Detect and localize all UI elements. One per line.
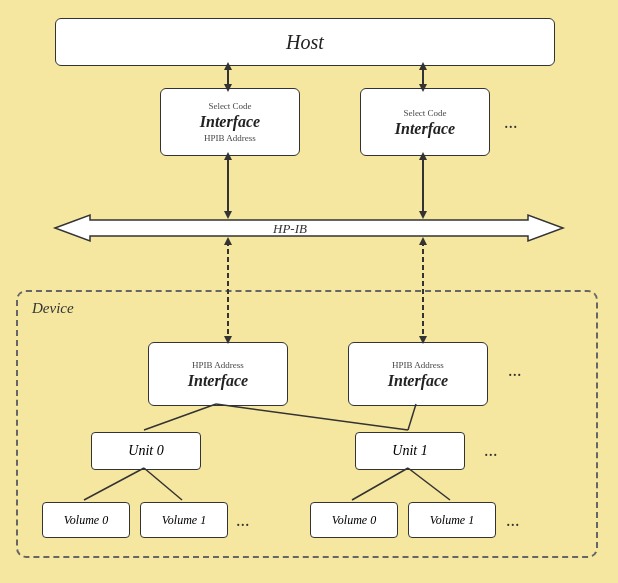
volume-0-left-label: Volume 0 — [64, 513, 108, 528]
host-box: Host — [55, 18, 555, 66]
volume-1-right: Volume 1 — [408, 502, 496, 538]
unit-1-label: Unit 1 — [392, 443, 427, 459]
top-interface-1-select-code: Select Code — [208, 101, 251, 111]
left-volumes-dots: ... — [236, 510, 250, 531]
svg-marker-16 — [419, 211, 427, 219]
device-interface-2-hpib: HPIB Address — [392, 360, 444, 370]
device-interface-2-label: Interface — [388, 372, 448, 390]
top-interface-2: Select Code Interface — [360, 88, 490, 156]
unit-1: Unit 1 — [355, 432, 465, 470]
svg-marker-18 — [224, 237, 232, 245]
top-interface-1-label: Interface — [200, 113, 260, 131]
unit-0: Unit 0 — [91, 432, 201, 470]
volume-0-right-label: Volume 0 — [332, 513, 376, 528]
host-label: Host — [286, 31, 324, 54]
units-dots: ... — [484, 440, 498, 461]
volume-0-right: Volume 0 — [310, 502, 398, 538]
volume-1-right-label: Volume 1 — [430, 513, 474, 528]
device-interface-1: HPIB Address Interface — [148, 342, 288, 406]
right-volumes-dots: ... — [506, 510, 520, 531]
top-interface-2-select-code: Select Code — [403, 108, 446, 118]
svg-marker-10 — [55, 215, 563, 241]
svg-marker-13 — [224, 211, 232, 219]
main-container: Host Select Code Interface HPIB Address … — [0, 0, 618, 583]
device-interface-2: HPIB Address Interface — [348, 342, 488, 406]
device-interface-1-hpib: HPIB Address — [192, 360, 244, 370]
hpib-label: HP-IB — [272, 221, 307, 236]
top-interface-1-hpib: HPIB Address — [204, 133, 256, 143]
top-dots: ... — [504, 112, 518, 133]
unit-0-label: Unit 0 — [128, 443, 163, 459]
volume-1-left-label: Volume 1 — [162, 513, 206, 528]
volume-0-left: Volume 0 — [42, 502, 130, 538]
device-label: Device — [32, 300, 74, 317]
device-interface-1-label: Interface — [188, 372, 248, 390]
top-interface-2-label: Interface — [395, 120, 455, 138]
volume-1-left: Volume 1 — [140, 502, 228, 538]
device-interface-dots: ... — [508, 360, 522, 381]
device-container: Device HPIB Address Interface HPIB Addre… — [16, 290, 598, 558]
top-interface-1: Select Code Interface HPIB Address — [160, 88, 300, 156]
svg-marker-21 — [419, 237, 427, 245]
